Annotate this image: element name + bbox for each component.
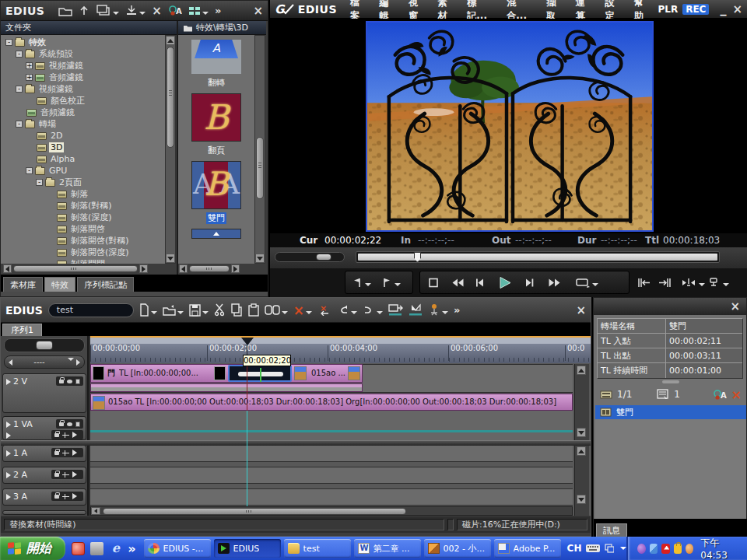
- tree-horizontal-scrollbar[interactable]: [2, 264, 175, 274]
- tree-item[interactable]: -特效: [1, 37, 165, 48]
- up-level-icon[interactable]: [79, 4, 89, 18]
- close-icon[interactable]: ×: [730, 299, 740, 313]
- start-button[interactable]: 開始: [0, 537, 65, 560]
- scroll-thumb[interactable]: [103, 508, 406, 515]
- effect-thumbnails[interactable]: A翻轉B翻頁AAB雙門: [178, 35, 254, 264]
- scroll-up-button[interactable]: [577, 446, 586, 456]
- quick-launch-overflow-icon[interactable]: »: [128, 541, 135, 556]
- clip-1va[interactable]: 015ao TL [In:00:00:00;00 Out:00:00:18;03…: [90, 394, 573, 411]
- splitter-grip[interactable]: [662, 380, 679, 383]
- scroll-down-button[interactable]: [577, 495, 586, 504]
- dropdown-arrow[interactable]: [620, 547, 626, 553]
- collapse-icon[interactable]: -: [16, 121, 23, 128]
- play-around-cursor-button[interactable]: [680, 274, 705, 291]
- media-player-icon[interactable]: [72, 542, 85, 555]
- transition-clip-selected[interactable]: [228, 365, 292, 382]
- palette-tab-inactive[interactable]: 素材庫: [3, 277, 43, 292]
- scroll-down-button[interactable]: [577, 428, 586, 437]
- flip-effect-thumb[interactable]: A: [191, 40, 241, 74]
- dropdown-arrow[interactable]: [113, 12, 119, 18]
- close-icon[interactable]: ×: [253, 4, 263, 18]
- stop-button[interactable]: [427, 274, 440, 291]
- waveform-icon[interactable]: [62, 494, 69, 499]
- goto-out-button[interactable]: [658, 274, 673, 291]
- overflow-icon[interactable]: »: [454, 303, 460, 317]
- effect-thumbnail[interactable]: B翻頁: [188, 93, 244, 156]
- message-tab[interactable]: 訊息: [596, 523, 627, 537]
- speaker-icon[interactable]: [72, 493, 80, 499]
- delete-icon[interactable]: ×: [152, 4, 162, 18]
- timeline-ruler[interactable]: 00:00:00;0000:00:02;0000:00:04;0000:00:0…: [90, 336, 591, 363]
- tree-item[interactable]: -系統預設: [1, 48, 165, 60]
- track-header-2v[interactable]: 2 V: [2, 373, 86, 413]
- scroll-thumb[interactable]: [167, 47, 174, 148]
- scroll-right-button[interactable]: [139, 264, 148, 273]
- scroll-down-button[interactable]: [166, 254, 175, 263]
- scroll-up-button[interactable]: [577, 366, 586, 375]
- tree-item[interactable]: 剝落(對稱): [1, 200, 165, 212]
- copy-icon[interactable]: [230, 303, 243, 317]
- shuttle-knob[interactable]: [316, 254, 331, 261]
- tree-item[interactable]: -2頁面: [1, 177, 165, 188]
- clip-2v-mixer-strip[interactable]: [90, 383, 363, 392]
- scroll-right-button[interactable]: [231, 264, 240, 273]
- sequence-tab[interactable]: 序列1: [2, 324, 42, 336]
- step-forward-button[interactable]: [524, 274, 535, 291]
- scroll-thumb[interactable]: [256, 137, 264, 199]
- scroll-thumb[interactable]: [189, 265, 230, 272]
- lock-icon[interactable]: [54, 495, 59, 499]
- lock-icon[interactable]: [54, 451, 59, 455]
- palette-tab-active[interactable]: 特效: [44, 277, 75, 292]
- scroll-down-button[interactable]: [255, 254, 265, 263]
- redo-icon[interactable]: [363, 303, 383, 317]
- tree-vertical-scrollbar[interactable]: [165, 35, 176, 264]
- effect-tree[interactable]: -特效-系統預設+視頻濾鏡+音頻濾鏡-視頻濾鏡顏色校正音頻濾鏡-轉場2D3DAl…: [1, 35, 165, 264]
- tree-item[interactable]: -GPU: [1, 165, 165, 177]
- tree-item[interactable]: 剝落開啓: [1, 223, 165, 235]
- language-bar[interactable]: CH: [567, 543, 627, 554]
- desktop-icon[interactable]: [90, 542, 103, 555]
- seek-position-marker[interactable]: [414, 252, 421, 262]
- task-button[interactable]: 002 - 小...: [424, 539, 491, 558]
- track-1va-audio-area[interactable]: [90, 411, 573, 440]
- play-button[interactable]: [497, 274, 513, 291]
- tree-item[interactable]: 剝落開啓(對稱): [1, 235, 165, 247]
- close-icon[interactable]: ×: [576, 303, 586, 317]
- zoom-slider-knob[interactable]: [36, 341, 53, 350]
- tree-item[interactable]: 顏色校正: [1, 95, 165, 107]
- cut-icon[interactable]: [214, 303, 225, 317]
- seek-bar[interactable]: [356, 251, 720, 263]
- tray-antivirus-icon[interactable]: [661, 544, 669, 554]
- effect-thumbnail[interactable]: AAB雙門: [188, 161, 244, 224]
- tree-item[interactable]: -視頻濾鏡: [1, 83, 165, 95]
- match-frame-icon[interactable]: [265, 303, 288, 317]
- undo-icon[interactable]: [337, 303, 357, 317]
- applied-transition-item[interactable]: 雙門: [595, 405, 746, 419]
- task-button[interactable]: EDIUS -...: [144, 539, 211, 558]
- speaker-icon[interactable]: [72, 471, 80, 478]
- plr-mode-button[interactable]: PLR: [658, 4, 678, 15]
- collapse-icon[interactable]: -: [16, 86, 23, 93]
- tree-item[interactable]: 2D: [1, 130, 165, 142]
- thumbs-vertical-scrollbar[interactable]: [254, 35, 265, 264]
- ripple-delete-icon[interactable]: ×: [317, 303, 331, 317]
- collapse-icon[interactable]: -: [26, 167, 33, 174]
- track-header-3a[interactable]: 3 A: [2, 488, 86, 506]
- internet-explorer-icon[interactable]: e: [109, 542, 122, 555]
- page-turn-effect-thumb[interactable]: B: [191, 93, 241, 142]
- collapse-icon[interactable]: -: [5, 39, 12, 46]
- playhead-marker[interactable]: [241, 338, 254, 345]
- save-project-icon[interactable]: [189, 303, 209, 317]
- tree-item[interactable]: Alpha: [1, 153, 165, 165]
- scroll-left-button[interactable]: [3, 264, 12, 273]
- tree-item[interactable]: +音頻濾鏡: [1, 72, 165, 83]
- scroll-thumb[interactable]: [13, 265, 138, 272]
- scroll-up-button[interactable]: [166, 36, 175, 45]
- tree-item[interactable]: 剝落開啓(深度): [1, 247, 165, 258]
- tree-item[interactable]: -轉場: [1, 118, 165, 130]
- scroll-left-button[interactable]: [179, 264, 188, 273]
- track-section-splitter[interactable]: [1, 440, 591, 446]
- dropdown-arrow[interactable]: [68, 358, 74, 364]
- double-door-effect-thumb[interactable]: AAB: [191, 161, 241, 209]
- tree-item[interactable]: 剝落開閉: [1, 258, 165, 264]
